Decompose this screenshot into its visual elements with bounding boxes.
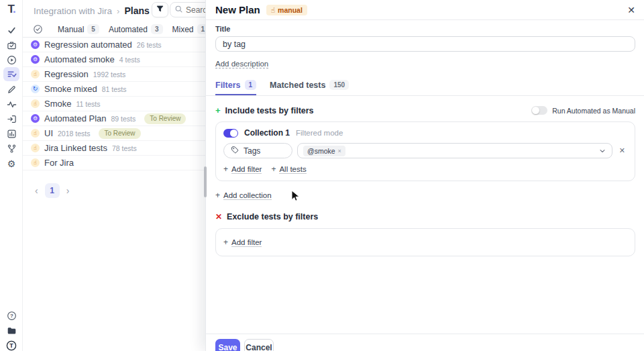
import-icon (7, 114, 17, 124)
sidebar-item-import[interactable] (3, 112, 19, 126)
collection-card: Collection 1 Filtered mode Tags @smoke × (215, 121, 635, 181)
manual-plan-icon: ☝ (31, 99, 40, 108)
accessibility-widget[interactable]: T (3, 338, 19, 351)
plan-test-count: 89 tests (111, 115, 136, 123)
sidebar-item-analytics[interactable] (3, 97, 19, 111)
tab-filters[interactable]: Filters 1 (215, 80, 256, 95)
plan-title: Automated Plan (44, 113, 107, 123)
title-input[interactable] (215, 36, 635, 52)
panel-footer: Save Cancel (206, 334, 644, 351)
status-badge: To Review (144, 113, 186, 124)
plan-title: For Jira (44, 158, 74, 168)
sidebar-item-reports[interactable] (3, 127, 19, 141)
close-icon[interactable]: ✕ (627, 5, 635, 15)
pagination: ‹ 1 › (23, 183, 211, 199)
plan-test-count: 26 tests (137, 41, 162, 49)
tab-manual[interactable]: Manual5 (58, 24, 99, 34)
activity-icon (7, 99, 17, 109)
plus-icon: + (271, 164, 276, 174)
manual-plan-icon: ☝ (31, 70, 40, 79)
funnel-icon (156, 4, 164, 16)
chip-remove-icon[interactable]: × (338, 146, 341, 156)
panel-body: Title Add description Filters 1 Matched … (215, 20, 635, 256)
include-section-header: + Include tests by filters Run Automated… (215, 105, 635, 115)
page-number-current[interactable]: 1 (45, 183, 60, 198)
manual-plan-icon: ☝ (31, 144, 40, 152)
save-button[interactable]: Save (215, 339, 240, 351)
collection-toggle[interactable] (223, 129, 238, 138)
tab-automated[interactable]: Automated3 (109, 24, 163, 34)
list-check-icon (7, 69, 17, 79)
remove-filter-icon[interactable]: ✕ (617, 146, 627, 155)
plan-title: Regression automated (44, 40, 132, 50)
branch-icon (7, 144, 17, 154)
collection-mode: Filtered mode (296, 129, 343, 137)
plan-test-count: 81 tests (102, 85, 127, 93)
manual-plan-icon: ☝ (31, 158, 40, 167)
automated-plan-icon: ⚙ (31, 40, 40, 49)
svg-text:T: T (9, 342, 13, 349)
all-tests-link[interactable]: +All tests (271, 164, 306, 174)
breadcrumb-separator: › (117, 6, 119, 16)
panel-header: New Plan ☝ manual ✕ (206, 0, 644, 20)
panel-title: New Plan (215, 4, 260, 15)
tag-icon (231, 146, 239, 156)
sidebar-item-suites[interactable] (3, 38, 19, 52)
plan-title: UI (44, 128, 53, 138)
page-title: Plans (124, 5, 149, 16)
add-filter-link[interactable]: +Add filter (223, 164, 262, 174)
run-automated-as-manual-toggle[interactable] (531, 106, 547, 115)
automated-plan-icon: ⚙ (31, 114, 40, 123)
new-plan-panel: New Plan ☝ manual ✕ Title Add descriptio… (205, 0, 644, 351)
include-section-title: Include tests by filters (225, 106, 314, 115)
sidebar: T. ⚙ ? (0, 0, 23, 351)
add-description-link[interactable]: Add description (215, 60, 268, 68)
plan-title: Jira Linked tests (44, 143, 107, 153)
bar-chart-icon (7, 129, 17, 139)
plan-test-count: 11 tests (76, 100, 100, 108)
exclude-add-filter-link[interactable]: +Add filter (223, 238, 262, 247)
add-collection-link[interactable]: +Add collection (215, 191, 272, 200)
app-logo[interactable]: T. (0, 3, 23, 16)
panel-tabs: Filters 1 Matched tests 150 (215, 80, 635, 95)
manual-plan-icon: ☝ (31, 129, 40, 138)
check-icon (7, 26, 17, 36)
tag-chip: @smoke × (303, 146, 345, 156)
circle-check-icon[interactable] (33, 24, 43, 34)
app-window: T. ⚙ ? (0, 0, 644, 351)
plan-title: Smoke mixed (44, 84, 97, 94)
tab-matched-tests[interactable]: Matched tests 150 (270, 80, 349, 94)
sidebar-item-branches[interactable] (3, 142, 19, 156)
plus-icon: + (215, 105, 221, 115)
sidebar-item-runs[interactable] (3, 53, 19, 67)
filter-button[interactable] (152, 2, 168, 17)
sidebar-item-plans[interactable] (3, 67, 19, 81)
chevron-down-icon[interactable] (598, 147, 606, 155)
svg-text:?: ? (10, 313, 13, 319)
tags-filter-button[interactable]: Tags (223, 143, 292, 158)
plan-title: Regression (44, 69, 89, 79)
title-label: Title (215, 25, 635, 33)
sidebar-item-help[interactable]: ? (3, 309, 19, 323)
plan-type-badge: ☝ manual (266, 5, 307, 15)
panel-resize-handle[interactable] (204, 166, 207, 197)
plan-title: Smoke (44, 99, 71, 109)
prev-page-icon[interactable]: ‹ (35, 185, 38, 196)
breadcrumb-project[interactable]: Integration with Jira (34, 6, 112, 16)
plan-test-count: 1992 tests (93, 70, 125, 79)
next-page-icon[interactable]: › (66, 185, 70, 196)
cancel-button[interactable]: Cancel (244, 339, 274, 351)
sidebar-item-projects[interactable] (3, 323, 19, 338)
tags-value-select[interactable]: @smoke × (297, 143, 612, 158)
toggle-label: Run Automated as Manual (552, 107, 635, 115)
plan-test-count: 78 tests (112, 144, 137, 152)
plus-icon: + (215, 191, 220, 200)
play-circle-icon (7, 55, 17, 65)
sidebar-item-tests[interactable] (3, 23, 19, 38)
briefcase-check-icon (7, 40, 17, 50)
plan-test-count: 4 tests (119, 56, 140, 64)
tab-mixed[interactable]: Mixed1 (172, 24, 209, 34)
circle-t-icon: T (6, 340, 17, 351)
sidebar-item-editor[interactable] (3, 83, 19, 97)
sidebar-item-settings[interactable]: ⚙ (3, 156, 19, 170)
